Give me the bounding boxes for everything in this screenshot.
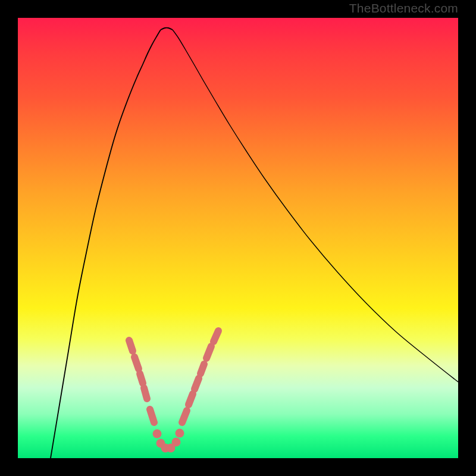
data-point-capsule: [129, 340, 133, 351]
data-point-dot: [176, 429, 184, 438]
data-point-dot: [172, 438, 181, 447]
valley-floor: [161, 28, 173, 30]
data-point-capsule: [195, 378, 199, 389]
plot-area: [18, 18, 458, 458]
curve-group: [51, 28, 458, 458]
data-point-capsule: [134, 357, 139, 369]
data-points-overlay: [129, 331, 218, 453]
data-point-capsule: [214, 331, 218, 342]
data-point-capsule: [206, 346, 211, 358]
chart-frame: TheBottleneck.com: [0, 0, 476, 476]
data-point-capsule: [140, 374, 143, 383]
chart-svg: [18, 18, 458, 458]
data-point-capsule: [201, 364, 204, 374]
data-point-capsule: [189, 394, 193, 405]
data-point-capsule: [182, 411, 187, 422]
data-point-capsule: [144, 388, 147, 399]
data-point-dot: [153, 430, 162, 439]
data-point-capsule: [150, 409, 154, 422]
watermark-text: TheBottleneck.com: [349, 0, 458, 17]
